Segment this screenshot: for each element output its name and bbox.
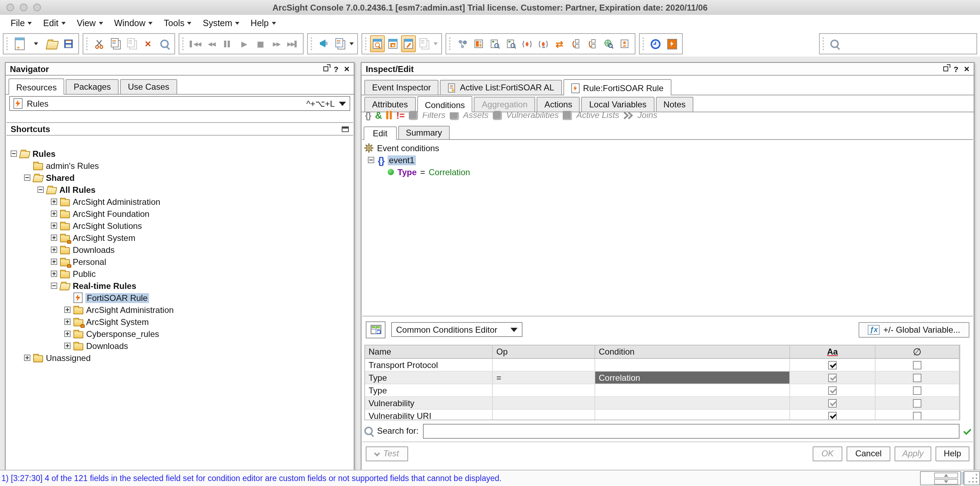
menu-view[interactable]: View (72, 17, 108, 29)
tree-item-arcsight-system-2[interactable]: ArcSight System (6, 316, 353, 328)
resource-move-button[interactable] (568, 35, 584, 52)
drag-handle[interactable] (86, 37, 89, 50)
tree-item-fortisoar-rule[interactable]: FortiSOAR Rule (6, 292, 353, 304)
user-profile-button[interactable] (616, 35, 633, 52)
web-search-button[interactable] (600, 35, 616, 52)
col-case-sensitive[interactable]: Aa (790, 346, 875, 359)
field-set-button[interactable] (366, 321, 385, 338)
tree-item-admins-rules[interactable]: admin's Rules (6, 159, 353, 172)
step-back-button[interactable]: ◀◀ (204, 35, 220, 52)
editor-mode-select[interactable]: Common Conditions Editor (391, 322, 522, 337)
table-row[interactable]: Vulnerability URI (365, 410, 959, 420)
tree-item-arcsight-administration-2[interactable]: ArcSight Administration (6, 304, 353, 316)
tree-item-unassigned[interactable]: Unassigned (6, 352, 353, 364)
float-panel-icon[interactable] (943, 66, 948, 71)
help-icon[interactable]: ? (334, 65, 338, 73)
open-button[interactable] (44, 35, 60, 52)
tree-item-downloads[interactable]: Downloads (6, 244, 353, 256)
joins-icon[interactable] (624, 111, 633, 119)
drag-handle[interactable] (6, 37, 9, 50)
show-viewer-button[interactable] (385, 35, 401, 52)
chevron-down-icon[interactable] (339, 101, 346, 105)
case-checkbox[interactable] (828, 373, 837, 382)
active-lists-icon[interactable] (563, 110, 572, 120)
col-name[interactable]: Name (365, 346, 493, 359)
close-icon[interactable]: × (344, 65, 350, 72)
expand-icon[interactable] (51, 199, 57, 205)
help-button[interactable]: Help (935, 446, 969, 461)
table-row[interactable]: Type (365, 384, 959, 397)
tree-item-arcsight-administration[interactable]: ArcSight Administration (6, 196, 353, 208)
windows-cascade-button[interactable] (332, 35, 348, 52)
replay-channel-button[interactable] (535, 35, 551, 52)
send-notification-button[interactable] (316, 35, 332, 52)
show-navigator-button[interactable] (370, 35, 385, 52)
case-checkbox[interactable] (828, 361, 837, 369)
cancel-button[interactable]: Cancel (846, 446, 890, 461)
menu-help[interactable]: Help (246, 17, 281, 29)
tree-item-arcsight-system[interactable]: ArcSight System (6, 232, 353, 244)
tree-item-arcsight-solutions[interactable]: ArcSight Solutions (6, 220, 353, 232)
expand-icon[interactable] (64, 319, 71, 325)
ok-button[interactable]: OK (813, 446, 842, 461)
tree-item-all-rules[interactable]: All Rules (6, 184, 353, 196)
expand-icon[interactable] (51, 271, 57, 277)
event-graph-button[interactable] (454, 35, 470, 52)
tree-item-public[interactable]: Public (6, 268, 353, 280)
copy-button[interactable] (107, 35, 124, 52)
menu-edit[interactable]: Edit (38, 17, 70, 29)
or-operator-icon[interactable] (387, 111, 392, 120)
vulnerabilities-icon[interactable] (493, 110, 502, 120)
minimize-window-icon[interactable] (20, 3, 27, 11)
drag-handle[interactable] (182, 37, 185, 50)
skip-to-end-button[interactable]: ▶▶▌ (285, 35, 301, 52)
subtab-conditions[interactable]: Conditions (417, 96, 473, 112)
tab-rule-fortisoar[interactable]: Rule:FortiSOAR Rule (563, 79, 671, 96)
drag-handle[interactable] (822, 37, 826, 50)
quick-search-input[interactable] (842, 37, 974, 51)
query-viewer-button[interactable] (503, 35, 519, 52)
resource-copy-button[interactable] (584, 35, 600, 52)
negate-checkbox[interactable] (913, 361, 921, 369)
drag-handle[interactable] (311, 37, 313, 50)
expand-icon[interactable] (51, 223, 57, 229)
table-row[interactable]: Type = Correlation (365, 371, 959, 384)
expand-icon[interactable] (64, 343, 71, 349)
collapse-icon[interactable] (11, 150, 17, 157)
negate-checkbox[interactable] (913, 386, 921, 395)
fast-forward-button[interactable]: ▶▶ (268, 35, 285, 52)
layout-button[interactable] (416, 35, 432, 52)
paste-button[interactable] (124, 35, 140, 52)
play-button[interactable]: ▶ (236, 35, 252, 52)
case-checkbox[interactable] (828, 411, 837, 420)
condition-root-row[interactable]: Event conditions (362, 142, 973, 154)
cut-button[interactable] (91, 35, 107, 52)
close-window-icon[interactable] (6, 3, 14, 11)
resize-grip[interactable] (964, 471, 980, 485)
expand-icon[interactable] (24, 355, 30, 361)
condition-event-row[interactable]: {} event1 (362, 154, 973, 166)
new-resource-dropdown[interactable] (27, 35, 44, 52)
test-button[interactable]: Test (366, 446, 408, 461)
collapse-icon[interactable] (368, 157, 374, 163)
expand-icon[interactable] (51, 247, 57, 253)
tab-edit[interactable]: Edit (364, 126, 396, 140)
chevron-down-icon[interactable] (434, 42, 438, 45)
table-row[interactable]: Vulnerability (365, 397, 959, 410)
shortcuts-section-header[interactable]: Shortcuts (6, 122, 353, 135)
apply-button[interactable]: Apply (894, 446, 931, 461)
switch-resource-button[interactable]: ⇄ (551, 35, 568, 52)
save-button[interactable] (60, 35, 76, 52)
tree-item-arcsight-foundation[interactable]: ArcSight Foundation (6, 208, 353, 220)
tab-active-list[interactable]: Active List:FortiSOAR AL (440, 80, 562, 95)
condition-expression-row[interactable]: Type = Correlation (362, 166, 973, 178)
and-operator-icon[interactable]: & (375, 110, 382, 121)
scheduled-rules-button[interactable] (664, 35, 680, 52)
negate-checkbox[interactable] (913, 411, 921, 420)
help-icon[interactable]: ? (953, 65, 958, 73)
menu-system[interactable]: System (198, 17, 244, 29)
case-checkbox[interactable] (828, 386, 837, 395)
col-op[interactable]: Op (493, 346, 595, 359)
selected-condition-cell[interactable]: Correlation (595, 371, 790, 384)
drag-handle[interactable] (365, 37, 368, 50)
